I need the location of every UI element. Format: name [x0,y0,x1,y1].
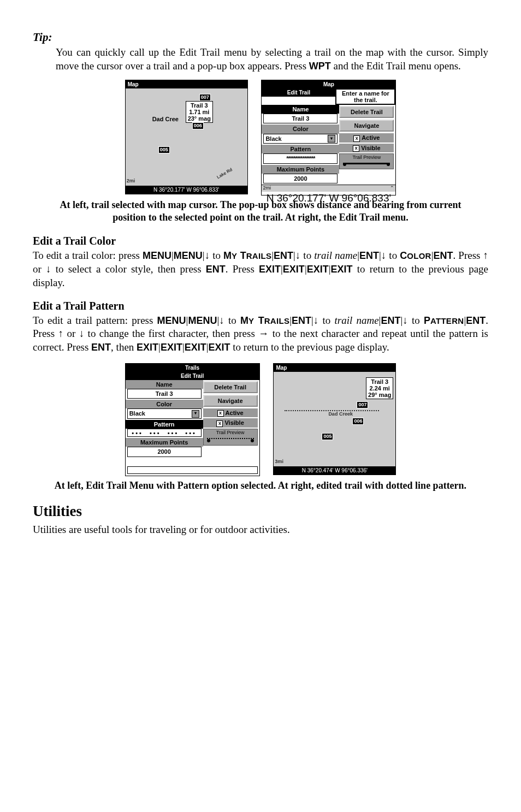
name-label: Name [126,380,203,389]
color-label: Color [126,400,203,408]
preview-label: Trail Preview [353,155,381,160]
k: P [424,315,430,326]
t: to [224,315,240,326]
visible-label: Visible [361,145,380,151]
wp-006: 006 [192,122,204,130]
fig2-right-popup: Trail 3 2.24 mi 29° mag [366,377,393,399]
k-ent2: ENT [359,250,379,261]
chevron-down-icon[interactable]: ▾ [192,410,199,418]
color-field[interactable]: Black▾ [263,134,338,144]
fig2-left-overlay-title: Edit Trail [126,372,259,380]
k: RAILS [264,316,290,325]
figure-1: Map 007 Trail 3 1.71 mi Dad Cree23° mag … [33,80,488,195]
color-value: Black [265,135,281,143]
visible-checkbox[interactable]: xVisible [203,418,258,427]
pattern-field-dotted[interactable]: ••• ••• ••• ••• [127,429,202,437]
down-arrow-icon: ↓ [313,315,319,326]
maxpts-label: Maximum Points [262,165,339,174]
fig2-right-map: Trail 3 2.24 mi 29° mag 007 Dad Creek 00… [274,372,395,466]
k-exit1: EXIT [137,342,158,353]
lake-rd: Lake Rd [216,167,233,181]
visible-label: Visible [224,419,244,426]
down-arrow-icon: ↓ [381,250,387,261]
k-ent1: ENT [274,250,293,261]
k-ent3: ENT [466,315,486,326]
fig1-left-popup: Trail 3 1.71 mi Dad Cree23° mag [186,101,213,123]
wp-006: 006 [352,418,364,425]
figure-2: Trails Edit Trail Name Trail 3 Color Bla… [33,363,488,476]
navigate-button[interactable]: Navigate [203,395,258,407]
tip-post: and the Edit Trail menu opens. [331,60,461,72]
popup-l1: Trail 3 [371,378,388,385]
down-arrow-icon: ↓ [402,315,408,326]
t: . Press [226,263,259,275]
scale-2mi-r: 2mi [263,185,271,192]
visible-checkbox[interactable]: xVisible [339,144,394,152]
k-menu1: MENU [157,315,186,326]
name-label: Name [262,105,339,114]
popup-l2: 1.71 mi [189,109,209,115]
k-exit3: EXIT [185,342,206,353]
fig1-left-status: N 36°20.177' W 96°06.833' [126,186,247,194]
name-field[interactable]: Trail 3 [263,114,338,123]
t: or [33,263,46,275]
k-ent1: ENT [292,315,311,326]
t: to select a color style, then press [51,263,206,275]
active-checkbox[interactable]: xActive [339,133,394,142]
navigate-button[interactable]: Navigate [339,120,394,132]
fig1-right-overlay-title: Edit Trail [262,88,335,97]
t: or [63,328,79,339]
k-ent4: ENT [91,342,111,353]
name-field[interactable]: Trail 3 [127,389,202,399]
edit-color-heading: Edit a Trail Color [33,234,488,248]
maxpts-field[interactable]: 2000 [127,447,202,457]
fig2-right: Map Trail 3 2.24 mi 29° mag 007 Dad Cree… [273,363,396,475]
k-exit1: EXIT [259,264,281,275]
scale-3mi: 3mi [275,459,283,465]
tip-body: You can quickly call up the Edit Trail m… [56,46,488,73]
t: . Press [453,250,483,261]
popup-l1: Trail 3 [191,102,208,109]
delete-trail-button[interactable]: Delete Trail [203,381,258,393]
fig2-right-status: N 36°20.474' W 96°06.336' [274,466,395,475]
t: to return to the previous page display. [230,341,389,353]
k: ATTERN [430,316,464,325]
k-menu2: MENU [188,315,217,326]
k-exit2: EXIT [283,264,305,275]
fig1-right: Map Edit Trail Enter a name for the trai… [261,80,396,195]
trail-name: trail name [314,250,357,261]
k: C [400,250,407,261]
k-menu2: MENU [174,250,203,261]
t: To edit a trail pattern: press [33,315,157,326]
right-arrow-icon: → [258,328,269,339]
down-arrow-icon: ↓ [79,328,85,339]
delete-trail-button[interactable]: Delete Trail [339,106,394,118]
fig1-left-map: 007 Trail 3 1.71 mi Dad Cree23° mag 006 … [126,88,247,186]
k: RAILS [246,251,272,260]
down-arrow-icon: ↓ [46,263,51,275]
t: to [210,250,223,261]
chevron-down-icon[interactable]: ▾ [328,135,335,143]
maxpts-label: Maximum Points [126,438,203,447]
k: M [223,250,232,261]
fig2-left-footer[interactable] [127,466,258,474]
k: OLOR [407,251,431,260]
fig2-right-title: Map [274,364,395,372]
k-exit4: EXIT [209,342,230,353]
edit-pattern-heading: Edit a Trail Pattern [33,299,488,313]
utilities-body: Utilities are useful tools for traveling… [33,523,488,537]
active-label: Active [226,410,244,416]
edit-pattern-para: To edit a trail pattern: press MENU|MENU… [33,314,488,354]
t: To edit a trail color: press [33,250,143,261]
maxpts-field[interactable]: 2000 [263,174,338,183]
utilities-heading: Utilities [33,502,488,521]
fig1-left: Map 007 Trail 3 1.71 mi Dad Cree23° mag … [125,80,248,194]
tip-key-wpt: WPT [309,61,331,72]
pattern-field[interactable]: **************** [263,153,338,163]
trail-preview: Trail Preview [339,153,394,169]
wp-005: 005 [322,433,333,441]
color-field[interactable]: Black▾ [127,408,202,418]
pattern-label-selected: Pattern [126,420,203,429]
k: T [237,250,246,261]
active-checkbox[interactable]: xActive [203,408,258,417]
